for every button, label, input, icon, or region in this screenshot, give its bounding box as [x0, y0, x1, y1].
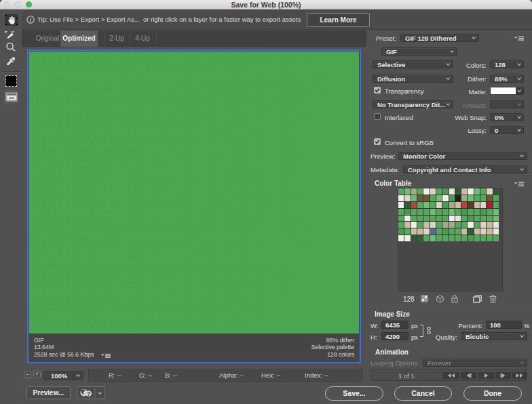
svg-text:?: ?: [87, 390, 90, 397]
